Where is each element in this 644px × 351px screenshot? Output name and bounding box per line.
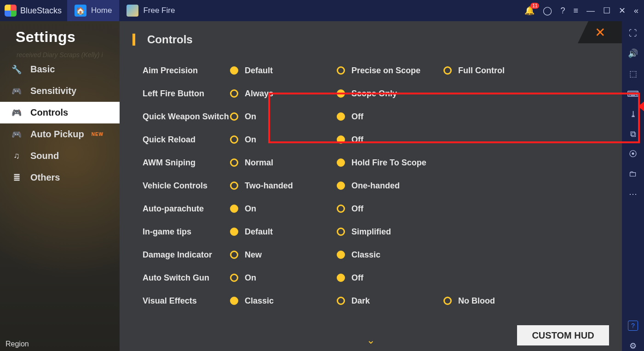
radio-icon	[230, 274, 238, 282]
support-help-icon[interactable]: ?	[628, 321, 638, 331]
volume-icon[interactable]: 🔊	[628, 48, 638, 58]
sidebar-item-label: Auto Pickup	[30, 129, 84, 140]
setting-row: Visual EffectsClassicDarkNo Blood	[143, 289, 609, 312]
list-icon: ≣	[10, 173, 23, 182]
setting-row: Vehicle ControlsTwo-handedOne-handed	[143, 174, 609, 197]
radio-label: No Blood	[458, 296, 495, 306]
radio-option[interactable]: Classic	[230, 296, 337, 306]
menu-icon[interactable]: ≡	[573, 6, 578, 16]
bluestacks-logo-icon	[5, 5, 17, 17]
close-panel-icon[interactable]: ✕	[578, 21, 622, 43]
radio-option[interactable]: Scope Only	[337, 89, 443, 99]
radio-icon	[230, 297, 238, 305]
titlebar: BlueStacks 🏠 Home Free Fire 🔔11 ◯ ? ≡ — …	[0, 0, 644, 21]
account-icon[interactable]: ◯	[543, 6, 552, 16]
radio-icon	[230, 89, 238, 98]
radio-icon	[230, 112, 238, 121]
radio-option[interactable]: Hold Fire To Scope	[337, 158, 443, 168]
radio-option[interactable]: Off	[337, 273, 443, 283]
radio-icon	[443, 297, 452, 305]
radio-option[interactable]: On	[230, 112, 337, 122]
radio-icon	[337, 228, 345, 236]
background-ticker-text: received Diary Scraps (Kelly) i	[0, 51, 120, 58]
setting-label: Left Fire Button	[143, 89, 230, 99]
sidebar-item-label: Sound	[30, 151, 59, 161]
gamepad-icon: 🎮	[10, 87, 23, 96]
radio-option[interactable]: Simplified	[337, 227, 443, 237]
radio-option[interactable]: One-handed	[337, 181, 443, 191]
radio-label: Scope Only	[351, 89, 397, 99]
maximize-icon[interactable]: ☐	[603, 6, 610, 16]
radio-icon	[337, 112, 345, 121]
install-apk-icon[interactable]: ⤓	[630, 109, 637, 119]
collapse-sidebar-icon[interactable]: «	[634, 6, 638, 16]
radio-label: Full Control	[458, 66, 505, 76]
radio-option[interactable]: Off	[337, 112, 443, 122]
radio-option[interactable]: On	[230, 135, 337, 145]
radio-icon	[337, 89, 345, 98]
radio-label: On	[245, 204, 256, 214]
close-window-icon[interactable]: ✕	[619, 6, 626, 16]
select-region-icon[interactable]: ⬚	[629, 69, 637, 79]
radio-option[interactable]: Default	[230, 227, 337, 237]
radio-option[interactable]: Classic	[337, 250, 443, 260]
radio-label: Off	[351, 112, 363, 122]
fullscreen-icon[interactable]: ⛶	[629, 29, 637, 38]
radio-option[interactable]: Off	[337, 135, 443, 145]
radio-option[interactable]: Full Control	[443, 66, 550, 76]
radio-option[interactable]: On	[230, 273, 337, 283]
radio-option[interactable]: Two-handed	[230, 181, 337, 191]
record-icon[interactable]: ⦿	[629, 149, 637, 159]
page-title: Settings	[0, 21, 120, 51]
titlebar-actions: 🔔11 ◯ ? ≡ — ☐ ✕ «	[524, 6, 644, 16]
radio-icon	[337, 205, 345, 213]
setting-row: In-game tipsDefaultSimplified	[143, 220, 609, 243]
tab-home[interactable]: 🏠 Home	[67, 0, 119, 21]
sidebar-item-auto-pickup[interactable]: 🎮 Auto Pickup NEW	[0, 123, 120, 145]
sidebar-item-sensitivity[interactable]: 🎮 Sensitivity	[0, 80, 120, 102]
setting-row: Quick ReloadOnOff	[143, 128, 609, 151]
radio-option[interactable]: Precise on Scope	[337, 66, 443, 76]
more-icon[interactable]: ⋯	[629, 189, 637, 199]
section-accent-bar	[132, 34, 135, 46]
radio-label: On	[245, 135, 256, 145]
right-toolbar: ⛶ 🔊 ⬚ ⌨ ⤓ ⧉ ⦿ 🗀 ⋯ ? ⚙	[622, 21, 644, 351]
brand-label: BlueStacks	[20, 6, 62, 16]
setting-row: Auto-parachuteOnOff	[143, 197, 609, 220]
screenshot-icon[interactable]: ⧉	[630, 129, 636, 139]
gamepad-icon: 🎮	[10, 108, 23, 117]
radio-option[interactable]: Dark	[337, 296, 443, 306]
bell-icon[interactable]: 🔔11	[524, 6, 535, 16]
radio-icon	[337, 158, 345, 167]
radio-option[interactable]: Always	[230, 89, 337, 99]
chevron-down-icon[interactable]: ⌄	[367, 334, 375, 346]
radio-option[interactable]: On	[230, 204, 337, 214]
sidebar-item-sound[interactable]: ♫ Sound	[0, 145, 120, 167]
radio-label: Off	[351, 273, 363, 283]
radio-option[interactable]: Normal	[230, 158, 337, 168]
help-icon[interactable]: ?	[560, 6, 565, 16]
custom-hud-button[interactable]: CUSTOM HUD	[517, 325, 609, 345]
radio-option[interactable]: No Blood	[443, 296, 550, 306]
radio-option[interactable]: New	[230, 250, 337, 260]
sidebar-item-others[interactable]: ≣ Others	[0, 167, 120, 188]
folder-icon[interactable]: 🗀	[629, 169, 637, 179]
sidebar-item-controls[interactable]: 🎮 Controls	[0, 102, 120, 123]
radio-option[interactable]: Default	[230, 66, 337, 76]
radio-option[interactable]: Off	[337, 204, 443, 214]
minimize-icon[interactable]: —	[586, 6, 595, 16]
tab-free-fire[interactable]: Free Fire	[119, 0, 182, 21]
radio-icon	[337, 297, 345, 305]
gear-icon[interactable]: ⚙	[629, 341, 637, 351]
radio-label: Classic	[351, 250, 380, 260]
radio-icon	[230, 205, 238, 213]
radio-icon	[230, 181, 238, 190]
radio-icon	[230, 66, 238, 75]
keyboard-icon[interactable]: ⌨	[627, 89, 639, 99]
radio-label: Two-handed	[245, 181, 293, 191]
new-badge: NEW	[92, 132, 104, 137]
setting-row: Auto Switch GunOnOff	[143, 266, 609, 289]
radio-label: One-handed	[351, 181, 400, 191]
setting-row: AWM SnipingNormalHold Fire To Scope	[143, 151, 609, 174]
sidebar-item-basic[interactable]: 🔧 Basic	[0, 58, 120, 80]
